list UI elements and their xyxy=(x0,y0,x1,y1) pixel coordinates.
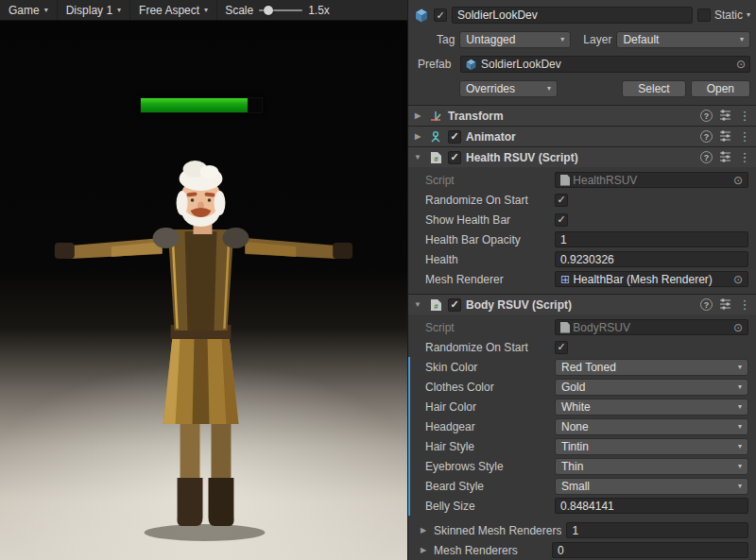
health-script-field[interactable]: HealthRSUV ⊙ xyxy=(555,172,748,188)
foldout-closed-icon[interactable]: ▶ xyxy=(412,132,423,141)
hair-color-dropdown[interactable]: White▾ xyxy=(555,399,748,416)
belly-size-field[interactable]: 0.8484141 xyxy=(555,498,748,514)
object-picker-icon[interactable]: ⊙ xyxy=(733,274,743,285)
aspect-ratio-dropdown[interactable]: Free Aspect ▾ xyxy=(130,0,217,20)
eyebrows-style-dropdown[interactable]: Thin▾ xyxy=(555,458,748,475)
mesh-renderers-label: Mesh Renderers xyxy=(434,544,518,557)
active-checkbox[interactable]: ✓ xyxy=(434,8,447,22)
check-icon: ✓ xyxy=(557,214,565,225)
eyebrows-style-value: Thin xyxy=(561,460,583,473)
scale-value: 1.5x xyxy=(308,4,330,17)
overrides-dropdown[interactable]: Overrides ▾ xyxy=(459,80,558,97)
body-rsuv-body: Script BodyRSUV ⊙ Randomize On Start ✓ S… xyxy=(408,314,756,560)
scale-label: Scale xyxy=(225,4,253,17)
foldout-open-icon[interactable]: ▼ xyxy=(412,153,423,161)
health-bar-opacity-field[interactable]: 1 xyxy=(555,231,748,247)
mesh-renderer-object-field[interactable]: ⊞ HealthBar (Mesh Renderer) ⊙ xyxy=(555,271,748,287)
mesh-renderers-size-field[interactable]: 0 xyxy=(552,542,748,558)
gameobject-name-input[interactable] xyxy=(452,7,693,24)
component-title: Health RSUV (Script) xyxy=(466,151,578,164)
beard-style-dropdown[interactable]: Small▾ xyxy=(555,478,748,495)
presets-icon[interactable] xyxy=(717,297,732,313)
health-enabled-checkbox[interactable]: ✓ xyxy=(448,151,461,164)
beard-style-label: Beard Style xyxy=(425,480,550,493)
chevron-down-icon: ▾ xyxy=(740,36,744,43)
skinned-mesh-renderers-size-field[interactable]: 1 xyxy=(566,522,748,538)
headgear-label: Headgear xyxy=(425,420,550,433)
static-dropdown-icon[interactable]: ▾ xyxy=(747,11,750,19)
randomize-on-start-checkbox[interactable]: ✓ xyxy=(555,341,568,354)
kebab-menu-icon[interactable]: ⋮ xyxy=(737,150,752,164)
headgear-value: None xyxy=(561,420,589,433)
transform-component-header[interactable]: ▶ Transform ? ⋮ xyxy=(408,105,756,126)
skinned-mesh-renderers-size: 1 xyxy=(572,524,578,537)
object-picker-icon[interactable]: ⊙ xyxy=(733,175,743,186)
script-label: Script xyxy=(425,174,550,187)
tag-value: Untagged xyxy=(466,33,515,46)
body-enabled-checkbox[interactable]: ✓ xyxy=(448,298,461,312)
eyebrows-style-label: Eyebrows Style xyxy=(425,460,550,473)
animator-component-header[interactable]: ▶ ✓ Animator ? ⋮ xyxy=(408,126,756,146)
object-picker-icon[interactable]: ⊙ xyxy=(736,59,746,70)
prefab-object-field[interactable]: SoldierLookDev ⊙ xyxy=(460,56,750,73)
body-script-field[interactable]: BodyRSUV ⊙ xyxy=(555,319,748,335)
presets-icon[interactable] xyxy=(717,129,732,144)
health-value: 0.9230326 xyxy=(560,253,614,266)
show-health-bar-checkbox[interactable]: ✓ xyxy=(555,213,568,227)
scale-slider[interactable] xyxy=(259,9,302,11)
tag-dropdown[interactable]: Untagged ▾ xyxy=(459,31,571,48)
game-tab-dropdown[interactable]: Game ▾ xyxy=(0,0,58,20)
foldout-closed-icon[interactable]: ▶ xyxy=(412,111,423,120)
static-toggle[interactable]: Static ▾ xyxy=(697,8,750,22)
headgear-dropdown[interactable]: None▾ xyxy=(555,418,748,435)
show-health-bar-label: Show Health Bar xyxy=(425,213,550,227)
static-checkbox[interactable] xyxy=(697,8,711,22)
randomize-on-start-checkbox[interactable]: ✓ xyxy=(555,194,568,207)
display-dropdown[interactable]: Display 1 ▾ xyxy=(58,0,130,20)
opacity-value: 1 xyxy=(560,233,567,246)
kebab-menu-icon[interactable]: ⋮ xyxy=(737,297,752,312)
foldout-closed-icon[interactable]: ▶ xyxy=(418,526,429,535)
chevron-down-icon: ▾ xyxy=(738,403,742,411)
prefab-value: SoldierLookDev xyxy=(481,58,561,71)
clothes-color-dropdown[interactable]: Gold▾ xyxy=(555,379,748,396)
check-icon: ✓ xyxy=(557,195,565,205)
mesh-renderer-label: Mesh Renderer xyxy=(425,273,550,286)
animator-enabled-checkbox[interactable]: ✓ xyxy=(448,130,461,144)
layer-dropdown[interactable]: Default ▾ xyxy=(616,31,750,48)
animator-icon xyxy=(428,129,443,144)
character-shadow xyxy=(145,524,266,541)
unity-editor-window: Game ▾ Display 1 ▾ Free Aspect ▾ Scale 1… xyxy=(0,0,756,560)
opacity-label: Health Bar Opacity xyxy=(425,233,550,246)
foldout-open-icon[interactable]: ▼ xyxy=(412,300,423,309)
help-icon[interactable]: ? xyxy=(700,130,713,143)
scale-slider-knob[interactable] xyxy=(264,6,273,15)
open-button[interactable]: Open xyxy=(691,80,750,97)
skin-color-dropdown[interactable]: Red Toned▾ xyxy=(555,359,748,376)
help-icon[interactable]: ? xyxy=(700,298,713,311)
mesh-renderers-size: 0 xyxy=(558,544,564,557)
health-rsuv-component-header[interactable]: ▼ # ✓ Health RSUV (Script) ? ⋮ xyxy=(408,146,756,167)
object-picker-icon[interactable]: ⊙ xyxy=(733,322,743,333)
kebab-menu-icon[interactable]: ⋮ xyxy=(737,129,752,144)
component-title: Animator xyxy=(466,130,516,144)
help-icon[interactable]: ? xyxy=(700,151,713,163)
check-icon: ✓ xyxy=(450,152,458,162)
scale-control: Scale 1.5x xyxy=(217,0,337,20)
select-button[interactable]: Select xyxy=(622,80,685,97)
script-file-icon xyxy=(560,175,570,186)
script-file-icon xyxy=(560,322,570,333)
static-label: Static xyxy=(714,8,743,22)
chevron-down-icon: ▾ xyxy=(204,7,208,14)
kebab-menu-icon[interactable]: ⋮ xyxy=(737,109,752,123)
prefab-cube-icon xyxy=(414,8,429,23)
health-value-field[interactable]: 0.9230326 xyxy=(555,251,748,267)
skinned-mesh-renderers-label: Skinned Mesh Renderers xyxy=(434,524,561,537)
help-icon[interactable]: ? xyxy=(700,110,713,122)
body-rsuv-component-header[interactable]: ▼ # ✓ Body RSUV (Script) ? ⋮ xyxy=(408,294,756,314)
hair-style-dropdown[interactable]: Tintin▾ xyxy=(555,438,748,455)
mesh-renderer-value: HealthBar (Mesh Renderer) xyxy=(573,273,712,286)
presets-icon[interactable] xyxy=(717,109,732,124)
presets-icon[interactable] xyxy=(717,150,732,165)
foldout-closed-icon[interactable]: ▶ xyxy=(418,546,429,554)
